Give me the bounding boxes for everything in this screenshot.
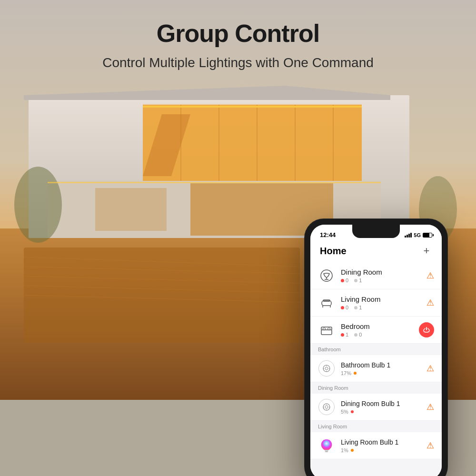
bedroom-stats: 1 0 <box>341 332 419 337</box>
dining-bulb-status: 5% <box>341 409 426 415</box>
page-wrapper: Group Control Control Multiple Lightings… <box>0 0 476 476</box>
section-bathroom-header: Bathroom <box>310 344 442 355</box>
app-header: Home + <box>310 241 442 262</box>
device-bathroom-bulb-1[interactable]: Bathroom Bulb 1 17% ⚠ <box>310 355 442 382</box>
app-title: Home <box>320 246 347 257</box>
living-room-info: Living Room 0 1 <box>341 295 426 310</box>
bathroom-bulb-alert-icon[interactable]: ⚠ <box>426 363 434 374</box>
dining-room-icon <box>318 267 335 284</box>
living-bulb-info: Living Room Bulb 1 1% <box>341 438 426 453</box>
header-section: Group Control Control Multiple Lightings… <box>0 0 476 80</box>
status-time: 12:44 <box>320 231 336 238</box>
living-bulb-alert-icon[interactable]: ⚠ <box>426 440 434 451</box>
living-bulb-icon <box>318 437 335 454</box>
phone-body: 12:44 5G Home + <box>305 219 447 476</box>
room-bedroom[interactable]: Bedroom 1 0 <box>310 317 442 344</box>
bathroom-bulb-icon <box>318 360 335 377</box>
subtitle: Control Multiple Lightings with One Comm… <box>10 55 466 70</box>
phone-notch <box>352 225 400 238</box>
living-bulb-name: Living Room Bulb 1 <box>341 438 426 446</box>
scroll-content: Dining Room 0 1 <box>310 262 442 476</box>
add-button[interactable]: + <box>421 245 432 257</box>
dining-bulb-icon <box>318 398 335 416</box>
dining-bulb-alert-icon[interactable]: ⚠ <box>426 402 434 412</box>
room-living-room[interactable]: Living Room 0 1 <box>310 289 442 317</box>
svg-rect-11 <box>95 188 167 231</box>
phone-mockup: 12:44 5G Home + <box>305 219 447 476</box>
room-dining-room[interactable]: Dining Room 0 1 <box>310 262 442 289</box>
dining-room-name: Dining Room <box>341 268 426 276</box>
svg-point-19 <box>14 167 62 243</box>
bathroom-bulb-status: 17% <box>341 370 426 376</box>
svg-point-36 <box>325 367 328 370</box>
dining-bulb-name: Dining Room Bulb 1 <box>341 400 426 407</box>
bedroom-info: Bedroom 1 0 <box>341 322 419 337</box>
living-room-alert-icon[interactable]: ⚠ <box>426 298 434 308</box>
living-room-icon <box>318 294 335 311</box>
living-room-name: Living Room <box>341 295 426 303</box>
device-dining-bulb-1[interactable]: Dining Room Bulb 1 5% ⚠ <box>310 394 442 421</box>
battery-icon <box>423 233 432 238</box>
svg-point-41 <box>323 404 330 410</box>
section-dining-header: Dining Room <box>310 382 442 394</box>
dining-room-info: Dining Room 0 1 <box>341 268 426 283</box>
dining-room-stats: 0 1 <box>341 278 426 283</box>
bedroom-icon <box>318 321 335 338</box>
bedroom-name: Bedroom <box>341 322 419 330</box>
device-living-bulb-1[interactable]: Living Room Bulb 1 1% ⚠ <box>310 432 442 459</box>
signal-icon <box>405 233 412 238</box>
bathroom-bulb-name: Bathroom Bulb 1 <box>341 361 426 369</box>
status-icons: 5G <box>405 232 432 238</box>
svg-rect-48 <box>325 451 328 452</box>
main-title: Group Control <box>10 19 466 48</box>
bathroom-bulb-info: Bathroom Bulb 1 17% <box>341 361 426 376</box>
section-living-header: Living Room <box>310 421 442 432</box>
svg-point-35 <box>323 365 330 372</box>
living-bulb-status: 1% <box>341 447 426 453</box>
network-label: 5G <box>414 232 421 238</box>
svg-rect-47 <box>325 450 328 451</box>
svg-point-42 <box>325 406 328 408</box>
svg-rect-24 <box>48 182 381 183</box>
living-room-stats: 0 1 <box>341 305 426 310</box>
svg-rect-23 <box>143 106 362 108</box>
dining-room-alert-icon[interactable]: ⚠ <box>426 270 434 281</box>
phone-screen: 12:44 5G Home + <box>310 225 442 476</box>
dining-bulb-info: Dining Room Bulb 1 5% <box>341 400 426 415</box>
svg-rect-32 <box>321 330 332 335</box>
bedroom-power-icon[interactable] <box>419 322 434 337</box>
